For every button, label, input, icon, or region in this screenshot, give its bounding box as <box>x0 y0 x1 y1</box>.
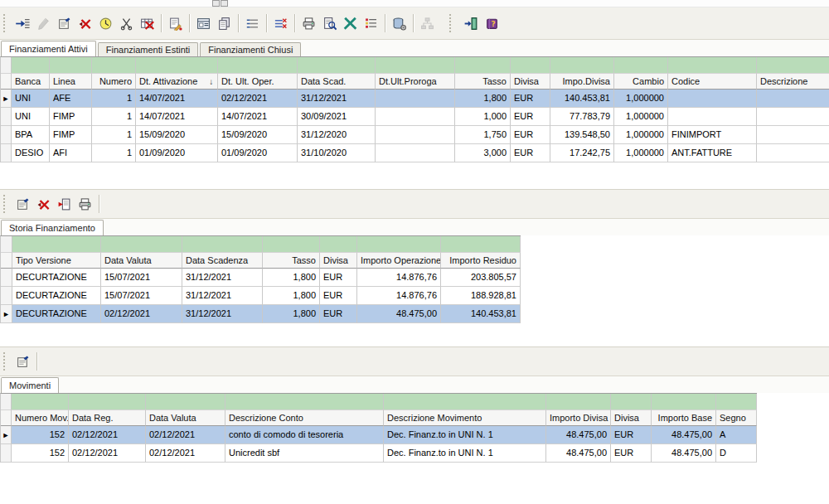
column-header[interactable]: Importo Base <box>652 410 716 426</box>
table-row[interactable]: ►UNIAFE114/07/202102/12/202131/12/20211,… <box>1 90 829 108</box>
cell: 48.475,00 <box>652 444 716 463</box>
column-header[interactable]: Dt.Ult.Proroga <box>376 74 455 90</box>
table-row[interactable]: ►DECURTAZIONE02/12/202131/12/20211,800EU… <box>1 305 521 323</box>
band-cell <box>376 57 455 74</box>
export-doc-icon[interactable] <box>54 194 75 214</box>
column-header[interactable]: Dt. Attivazione↓ <box>136 74 218 90</box>
toolbar-gripper[interactable] <box>3 352 8 371</box>
band-cell <box>298 57 376 74</box>
copy-docs-icon[interactable] <box>214 13 235 33</box>
detail-list-icon[interactable] <box>242 13 263 33</box>
column-header[interactable]: Divisa <box>320 253 357 269</box>
column-header[interactable]: Cambio <box>614 74 668 90</box>
cell: 1,800 <box>263 269 320 287</box>
printer-icon[interactable] <box>75 194 95 214</box>
exit-door-icon[interactable] <box>461 13 482 33</box>
properties-form-icon[interactable] <box>54 13 75 33</box>
cell: DECURTAZIONE <box>12 305 101 323</box>
column-header[interactable]: Divisa <box>511 74 550 90</box>
delete-x-icon[interactable] <box>75 13 95 33</box>
cell: 139.548,50 <box>550 126 614 144</box>
table-row[interactable]: UNIFIMP114/07/202114/07/202130/09/20211,… <box>1 108 829 126</box>
tab-storia-finanziamento[interactable]: Storia Finanziamento <box>1 220 104 235</box>
clock-icon[interactable] <box>95 13 116 33</box>
filter-band-row <box>1 236 521 253</box>
column-header[interactable]: Tipo Versione <box>12 253 101 269</box>
toolbar-gripper[interactable] <box>449 14 454 32</box>
cell: 14.876,76 <box>357 287 441 305</box>
column-header[interactable]: Tasso <box>263 253 320 269</box>
scissors-icon[interactable] <box>116 13 137 33</box>
cell: 1 <box>92 90 136 108</box>
printer-icon[interactable] <box>298 13 319 33</box>
history-grid: Tipo VersioneData ValutaData ScadenzaTas… <box>0 235 521 323</box>
delete-table-icon[interactable] <box>137 13 158 33</box>
toolbar-gripper[interactable] <box>3 195 8 213</box>
check-x-list-icon[interactable] <box>270 13 291 33</box>
properties-form-icon[interactable] <box>12 194 33 214</box>
main-toolbar: ? <box>0 7 829 40</box>
ordered-list-icon[interactable] <box>361 13 381 33</box>
column-header[interactable]: Impo.Divisa <box>550 74 614 90</box>
column-header[interactable]: Numero Mov. <box>12 410 69 426</box>
cell: 1,000000 <box>614 126 668 144</box>
column-header[interactable]: Data Reg. <box>69 410 146 426</box>
column-header[interactable]: Importo Residuo <box>441 253 521 269</box>
column-header[interactable]: Importo Operazione <box>357 253 441 269</box>
table-row[interactable]: ►15202/12/202102/12/2021conto di comodo … <box>1 426 757 444</box>
tab-finanziamenti-attivi[interactable]: Finanziamenti Attivi <box>1 41 96 56</box>
history-toolbar <box>0 189 829 219</box>
column-header[interactable]: Data Valuta <box>146 410 225 426</box>
column-header[interactable]: Segno <box>716 410 757 426</box>
column-header[interactable]: Divisa <box>611 410 652 426</box>
cell: EUR <box>511 90 550 108</box>
insert-record-icon[interactable] <box>12 13 33 33</box>
database-gear-icon[interactable] <box>389 13 410 33</box>
table-row[interactable]: BPAFIMP115/09/202015/09/202031/12/20201,… <box>1 126 829 144</box>
cell: 02/12/2021 <box>69 426 146 444</box>
cell: 1 <box>92 126 136 144</box>
cell: Unicredit sbf <box>225 444 384 463</box>
calendar-form-icon[interactable] <box>193 13 214 33</box>
delete-x-icon[interactable] <box>33 194 54 214</box>
column-header[interactable]: Banca <box>12 74 50 90</box>
excel-export-icon[interactable] <box>340 13 361 33</box>
column-header[interactable]: Tasso <box>455 74 511 90</box>
column-header[interactable]: Data Scad. <box>298 74 376 90</box>
tab-finanziamenti-estinti[interactable]: Finanziamenti Estinti <box>98 42 199 56</box>
sign-hand-icon[interactable] <box>165 13 186 33</box>
tab-movimenti[interactable]: Movimenti <box>1 377 59 393</box>
table-row[interactable]: DESIOAFI101/09/202001/09/202031/10/20203… <box>1 144 829 162</box>
help-book-icon[interactable]: ? <box>482 13 502 33</box>
column-header[interactable]: Descrizione Movimento <box>384 410 546 426</box>
column-header[interactable]: Descrizione <box>757 74 829 90</box>
cell: UNI <box>12 108 50 126</box>
column-header[interactable]: Descrizione Conto <box>225 410 384 426</box>
table-row[interactable]: 15202/12/202102/12/2021Unicredit sbfDec.… <box>1 444 757 463</box>
table-row[interactable]: DECURTAZIONE15/07/202131/12/20211,800EUR… <box>1 269 521 287</box>
column-header[interactable]: Dt. Ult. Oper. <box>218 74 298 90</box>
cell: EUR <box>320 305 357 323</box>
cell: 31/12/2021 <box>182 305 263 323</box>
print-preview-icon[interactable] <box>319 13 340 33</box>
tab-finanziamenti-chiusi[interactable]: Finanziamenti Chiusi <box>200 42 301 56</box>
selector-band-cell <box>1 394 12 410</box>
column-header[interactable]: Codice <box>668 74 757 90</box>
properties-form-icon[interactable] <box>12 351 33 371</box>
movements-grid: Numero Mov.Data Reg.Data ValutaDescrizio… <box>0 393 757 463</box>
column-header[interactable]: Data Valuta <box>101 253 182 269</box>
column-header[interactable]: Data Scadenza <box>182 253 263 269</box>
selector-header-cell <box>1 74 12 90</box>
row-marker: ► <box>1 426 12 444</box>
table-row[interactable]: DECURTAZIONE15/07/202131/12/20211,800EUR… <box>1 287 521 305</box>
cell: 15/09/2020 <box>136 126 218 144</box>
header-row: Numero Mov.Data Reg.Data ValutaDescrizio… <box>1 410 757 426</box>
selector-band-cell <box>1 236 12 253</box>
cell: EUR <box>511 126 550 144</box>
column-header[interactable]: Numero <box>92 74 136 90</box>
toolbar-gripper[interactable] <box>3 14 8 32</box>
spacer <box>0 323 829 346</box>
column-header[interactable]: Importo Divisa <box>546 410 611 426</box>
active-loans-grid: BancaLineaNumeroDt. Attivazione↓Dt. Ult.… <box>0 56 829 162</box>
column-header[interactable]: Linea <box>50 74 92 90</box>
